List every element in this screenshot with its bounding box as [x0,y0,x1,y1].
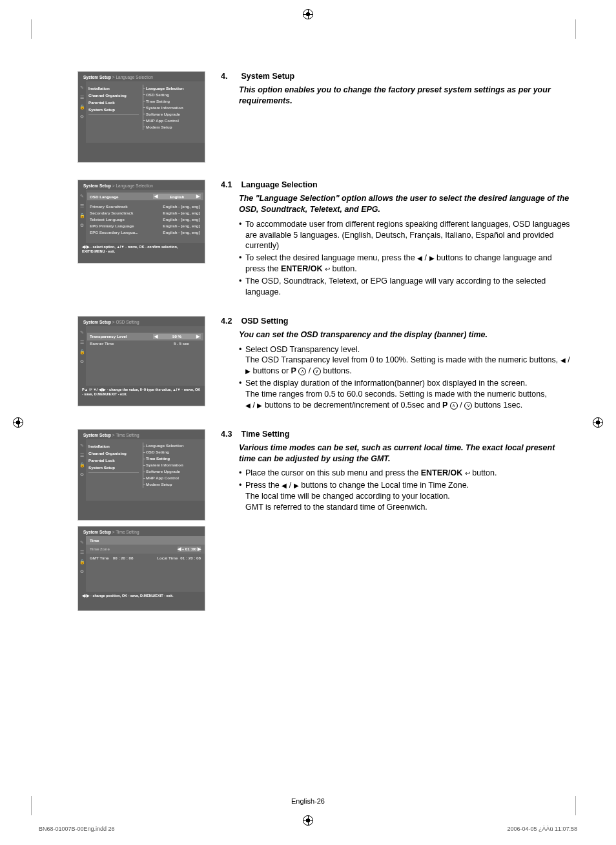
setting-row: Teletext LanguageEnglish - [eng, eng] [90,216,201,222]
text-fragment: buttons to be decrement/increment of 0.5… [262,401,442,410]
bullet-list: To accommodate user from different regio… [239,219,571,298]
osd-screenshot-osd-setting: System Setup > OSD Setting ✎ ☰ 🔒 ✿ Tra [77,316,205,406]
setting-value: English - [eng, eng] [162,217,201,222]
osd-left-menu: Installation Channel Organising Parental… [86,439,141,501]
setting-value: English - [eng, eng] [162,211,201,215]
bullet-item: Select OSD Transparency level. The OSD T… [239,344,571,377]
right-arrow-icon: ▶ [196,334,200,339]
breadcrumb-2: Time Setting [116,433,139,437]
print-date: 2006-04-05 ¿ÀÀü 11:07:58 [507,826,577,832]
submenu-item: System Information [146,104,201,110]
submenu-item: Time Setting [146,98,201,104]
submenu-item: OSD Setting [146,449,201,455]
setting-value-box: ◀ English ▶ [153,194,201,199]
list-icon: ☰ [79,340,85,345]
heading: 4.1 Language Selection [221,180,571,191]
submenu-item: OSD Setting [146,91,201,98]
setting-label: Primary Soundtrack [90,204,162,209]
crop-mark [31,19,32,39]
text-fragment: buttons to change the Local time in Time… [299,481,469,490]
setting-label: OSD Language [90,194,153,199]
text-fragment: To select the desired language menu, pre… [245,253,417,262]
enter-ok-label: ENTER/OK [281,264,323,273]
setting-value: 5 . 5 sec [162,341,201,346]
section-osd-setting: System Setup > OSD Setting ✎ ☰ 🔒 ✿ Tra [77,316,571,412]
osd-sidebar: ✎ ☰ 🔒 ✿ [78,439,86,501]
left-arrow-icon: ◀ [154,194,158,199]
setting-label: EPG Primaty Language [90,224,162,228]
setting-label: Time Zone [90,547,178,551]
submenu-item: Software Upgrade [146,110,201,117]
registration-mark-icon [303,815,313,826]
section-time-setting: System Setup > Time Setting ✎ ☰ 🔒 ✿ Inst… [77,429,571,611]
osd-breadcrumb: System Setup > Time Setting [78,527,205,536]
setting-row: EPG Primaty LanguageEnglish - [eng, eng] [90,222,201,229]
p-label: P [291,366,296,375]
bullet-list: Place the cursor on this sub menu and pr… [239,468,571,513]
down-circle-icon: ∨ [313,368,321,375]
gmt-label: GMT Time [90,556,109,560]
registration-mark-icon [303,9,313,19]
tools-icon: ✎ [79,540,85,545]
setting-label: Banner Time [90,341,162,346]
setting-value: English - [eng, eng] [162,230,201,235]
right-arrow-icon: ▶ [294,482,299,489]
submenu-item: Modem Setup [146,481,201,488]
breadcrumb-1: System Setup [83,75,111,79]
right-arrow-icon: ▶ [196,194,200,199]
gear-icon: ✿ [79,114,85,120]
heading-number: 4.3 [221,429,239,440]
bullet-item: The OSD, Soundtrack, Teletext, or EPG la… [239,276,571,298]
setting-value: English - [eng, eng] [162,224,201,228]
bullet-item: Place the cursor on this sub menu and pr… [239,468,571,479]
heading-number: 4. [221,71,239,82]
breadcrumb-2: Language Selection [116,183,152,188]
print-file: BN68-01007B-00Eng.indd 26 [39,826,115,832]
tools-icon: ✎ [79,443,85,448]
content-area: System Setup > Language Selection ✎ ☰ 🔒 … [77,71,571,793]
up-circle-icon: ∧ [298,368,306,375]
setting-row: Secondary SoundtrackEnglish - [eng, eng] [90,209,201,216]
gear-icon: ✿ [79,223,85,228]
heading-title: System Setup [241,72,294,81]
heading-number: 4.2 [221,316,239,327]
menu-item-selected: System Setup [88,464,139,473]
list-icon: ☰ [79,453,85,458]
menu-item: Channel Organising [88,450,139,457]
text-fragment: button. [470,468,497,477]
lock-icon: 🔒 [79,463,85,468]
text-fragment: Select OSD Transparency level. [245,345,360,354]
text-fragment: Press the [245,481,282,490]
submenu-item-highlighted: Time Setting [146,455,201,462]
lock-icon: 🔒 [79,559,85,565]
osd-sidebar: ✎ ☰ 🔒 ✿ [78,81,86,143]
menu-item-selected: System Setup [88,106,139,115]
page: System Setup > Language Selection ✎ ☰ 🔒 … [0,0,616,845]
setting-value: English - [eng, eng] [162,204,201,209]
breadcrumb-2: OSD Setting [116,320,139,324]
setting-value: + 01 :00 [181,547,196,551]
gear-icon: ✿ [79,569,85,574]
osd-column: System Setup > Time Setting ✎ ☰ 🔒 ✿ Inst… [77,429,205,611]
osd-breadcrumb: System Setup > Language Selection [78,72,205,81]
osd-screenshot-language: System Setup > Language Selection ✎ ☰ 🔒 … [77,180,205,264]
text-fragment: The OSD Transparency level from 0 to 100… [245,355,560,364]
bullet-item: Press the ◀ / ▶ buttons to change the Lo… [239,480,571,513]
breadcrumb-2: Language Selection [116,75,152,79]
text-fragment: The local time will be changed according… [245,492,450,501]
heading-title: OSD Setting [241,317,288,326]
bullet-item: To select the desired language menu, pre… [239,253,571,275]
text-fragment: GMT is referred to the standard time of … [245,503,427,512]
page-number: English-26 [0,797,616,805]
osd-screenshot-time-menu: System Setup > Time Setting ✎ ☰ 🔒 ✿ Inst… [77,429,205,521]
osd-footer-hint: ◀/▶ - select option, ▲/▼ - move, OK - co… [78,243,205,256]
setting-label: EPG Secondary Langua... [90,230,162,235]
heading: 4.2 OSD Setting [221,316,571,327]
submenu-item: Modem Setup [146,123,201,130]
breadcrumb-2: Time Setting [116,530,139,534]
section-language-selection: System Setup > Language Selection ✎ ☰ 🔒 … [77,180,571,299]
registration-mark-icon [593,417,603,428]
osd-breadcrumb: System Setup > OSD Setting [78,317,205,326]
left-arrow-icon: ◀ [282,482,287,489]
text-fragment: buttons 1sec. [472,401,522,410]
